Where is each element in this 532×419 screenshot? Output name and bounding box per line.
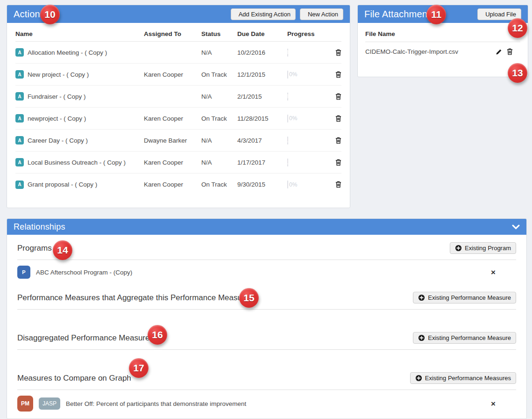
chevron-down-icon bbox=[512, 224, 520, 230]
action-name[interactable]: newproject - ( Copy ) bbox=[28, 115, 86, 122]
action-type-badge: A bbox=[15, 181, 24, 189]
section-heading: Programs bbox=[17, 244, 52, 253]
relationship-item: P ABC Afterschool Program - (Copy) × bbox=[17, 262, 516, 282]
action-due-date: 10/2/2016 bbox=[237, 49, 287, 56]
action-assigned-to: Karen Cooper bbox=[144, 181, 201, 188]
relationship-item-label[interactable]: ABC Afterschool Program - (Copy) bbox=[36, 269, 132, 276]
action-status: N/A bbox=[201, 159, 237, 166]
action-status: N/A bbox=[201, 49, 237, 56]
remove-item-button[interactable]: × bbox=[491, 400, 496, 408]
action-type-badge: A bbox=[15, 70, 24, 79]
action-assigned-to: Karen Cooper bbox=[144, 71, 201, 78]
action-type-badge: A bbox=[15, 48, 24, 57]
annotation-callout-16: 16 bbox=[148, 325, 167, 345]
annotation-callout-15: 15 bbox=[239, 288, 259, 308]
performance-measure-type-badge: PM bbox=[17, 396, 33, 412]
action-name[interactable]: Grant proposal - ( Copy ) bbox=[28, 181, 97, 188]
delete-action-button[interactable] bbox=[335, 159, 341, 166]
add-existing-button[interactable]: Existing Program bbox=[450, 242, 516, 254]
plus-circle-icon bbox=[415, 375, 422, 382]
action-due-date: 11/28/2015 bbox=[237, 115, 287, 122]
delete-file-button[interactable] bbox=[507, 48, 513, 55]
action-status: On Track bbox=[201, 115, 237, 122]
delete-action-button[interactable] bbox=[335, 71, 341, 78]
action-due-date: 1/17/2017 bbox=[237, 159, 287, 166]
action-type-badge: A bbox=[15, 136, 24, 144]
trash-icon bbox=[335, 115, 341, 122]
action-name[interactable]: Local Business Outreach - ( Copy ) bbox=[28, 159, 126, 166]
column-header-assigned: Assigned To bbox=[144, 30, 201, 37]
remove-item-button[interactable]: × bbox=[491, 268, 496, 276]
relationship-item-label[interactable]: Better Off: Percent of participants that… bbox=[66, 400, 246, 407]
file-attachments-title: File Attachments bbox=[364, 9, 435, 20]
collapse-panel-button[interactable] bbox=[512, 224, 520, 230]
delete-action-button[interactable] bbox=[335, 49, 341, 56]
table-row: A Grant proposal - ( Copy ) Karen Cooper… bbox=[15, 173, 341, 195]
plus-circle-icon bbox=[455, 245, 462, 252]
annotation-callout-12: 12 bbox=[508, 18, 527, 38]
column-header-file-name: File Name bbox=[365, 23, 520, 42]
add-existing-button[interactable]: Existing Performance Measure bbox=[413, 332, 516, 344]
column-header-name: Name bbox=[15, 30, 144, 37]
file-name[interactable]: CIDEMO-Calc-Trigger-Import.csv bbox=[365, 48, 496, 55]
annotation-callout-11: 11 bbox=[426, 5, 446, 24]
table-row: A Career Day - ( Copy ) Dwayne Barker N/… bbox=[15, 130, 341, 152]
action-type-badge: A bbox=[15, 92, 24, 101]
progress-value: 68% bbox=[287, 93, 288, 100]
action-status: On Track bbox=[201, 181, 237, 188]
action-due-date: 9/30/2015 bbox=[237, 181, 287, 188]
file-attachments-table: File Name CIDEMO-Calc-Trigger-Import.csv bbox=[358, 23, 528, 61]
delete-action-button[interactable] bbox=[335, 181, 341, 188]
action-name[interactable]: Allocation Meeting - ( Copy ) bbox=[28, 49, 107, 56]
table-row: A newproject - ( Copy ) Karen Cooper On … bbox=[15, 108, 341, 130]
progress-bar: 51% bbox=[287, 159, 288, 166]
action-type-badge: A bbox=[15, 158, 24, 166]
relationship-item: PM 123 Better Off: Percent of participan… bbox=[17, 415, 516, 419]
delete-action-button[interactable] bbox=[335, 115, 341, 122]
delete-action-button[interactable] bbox=[335, 137, 341, 144]
new-action-button[interactable]: New Action bbox=[300, 8, 343, 20]
table-row: A Allocation Meeting - ( Copy ) N/A 10/2… bbox=[15, 42, 341, 64]
delete-action-button[interactable] bbox=[335, 93, 341, 100]
section-heading: Measures to Compare on Graph bbox=[17, 374, 131, 383]
add-existing-action-button[interactable]: Add Existing Action bbox=[231, 8, 296, 20]
pencil-icon bbox=[496, 49, 502, 55]
action-name[interactable]: Fundraiser - ( Copy ) bbox=[28, 93, 86, 100]
action-name[interactable]: Career Day - ( Copy ) bbox=[28, 137, 88, 144]
action-due-date: 2/1/2015 bbox=[237, 93, 287, 100]
action-status: On Track bbox=[201, 71, 237, 78]
actions-panel: Actions Add Existing Action New Action N… bbox=[7, 5, 350, 208]
relationship-section: Measures to Compare on Graph Existing Pe… bbox=[17, 365, 516, 419]
add-existing-button[interactable]: Existing Performance Measures bbox=[410, 372, 516, 384]
column-header-status: Status bbox=[201, 30, 237, 37]
progress-bar: 0% bbox=[287, 181, 288, 188]
table-row: A Local Business Outreach - ( Copy ) Kar… bbox=[15, 152, 341, 173]
action-due-date: 12/1/2015 bbox=[237, 71, 287, 78]
action-assigned-to: Karen Cooper bbox=[144, 115, 201, 122]
progress-bar: 0% bbox=[287, 71, 288, 79]
relationships-title: Relationships bbox=[14, 222, 65, 232]
annotation-callout-13: 13 bbox=[508, 63, 527, 83]
column-header-progress: Progress bbox=[287, 30, 329, 37]
relationship-section: Disaggregated Performance Measures Exist… bbox=[17, 325, 516, 354]
trash-icon bbox=[335, 181, 341, 188]
table-row: A New project - ( Copy ) Karen Cooper On… bbox=[15, 64, 341, 86]
action-name[interactable]: New project - ( Copy ) bbox=[28, 71, 89, 78]
table-row: A Fundraiser - ( Copy ) N/A 2/1/2015 68% bbox=[15, 86, 341, 108]
file-row: CIDEMO-Calc-Trigger-Import.csv bbox=[365, 42, 520, 61]
action-status: N/A bbox=[201, 137, 237, 144]
section-heading: Performance Measures that Aggregate this… bbox=[17, 293, 249, 303]
add-existing-button[interactable]: Existing Performance Measure bbox=[413, 292, 516, 303]
annotation-callout-17: 17 bbox=[129, 358, 149, 378]
actions-table: Name Assigned To Status Due Date Progres… bbox=[7, 23, 350, 195]
relationships-header: Relationships bbox=[7, 219, 526, 235]
progress-bar: 71% bbox=[287, 137, 288, 144]
trash-icon bbox=[335, 49, 341, 56]
relationships-panel: Relationships Programs Existing Program bbox=[7, 218, 527, 419]
edit-file-button[interactable] bbox=[496, 48, 502, 55]
progress-bar: 0% bbox=[287, 115, 288, 123]
section-heading: Disaggregated Performance Measures bbox=[17, 333, 154, 343]
plus-circle-icon bbox=[418, 294, 425, 301]
action-due-date: 4/3/2017 bbox=[237, 137, 287, 144]
trash-icon bbox=[507, 48, 513, 55]
